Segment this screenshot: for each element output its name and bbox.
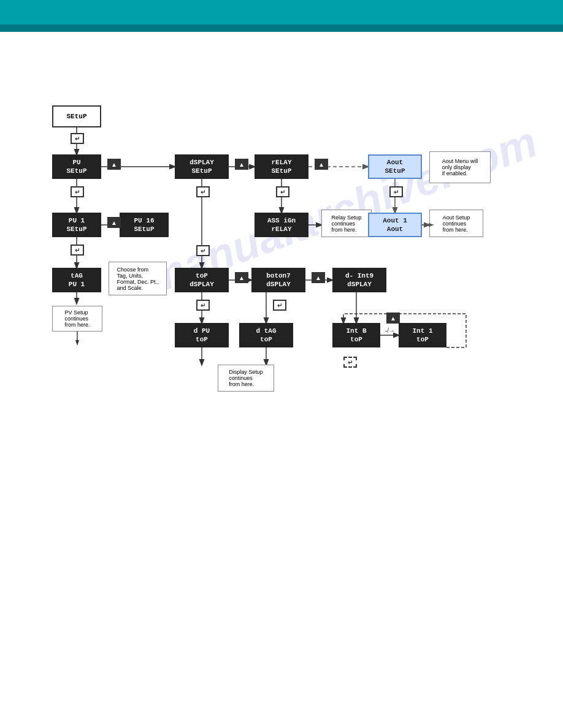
note-relay-text: Relay Setupcontinuesfrom here. xyxy=(331,214,361,233)
aout-continues-arrow xyxy=(422,221,435,229)
up-btn-top-dsplay[interactable]: ▲ xyxy=(235,272,248,283)
d-int-dsplay-box: d- Int9dSPLAY xyxy=(332,268,386,292)
aout-setup-label: AoutSEtuP xyxy=(385,158,405,176)
connectors-svg: -/→ -/→ xyxy=(0,32,563,728)
note-tag-choose-text: Choose fromTag, Units,Format, Dec. Pt.,a… xyxy=(117,267,158,291)
d-tag-top-box: d tAGtoP xyxy=(239,323,293,347)
tag-pu1-box: tAGPU 1 xyxy=(52,268,101,292)
note-pv-continues: PV Setupcontinuesfrom here. xyxy=(52,306,102,332)
setup-box: SEtuP xyxy=(52,105,101,127)
tag-pu1-label: tAGPU 1 xyxy=(69,271,85,289)
setup-label: SEtuP xyxy=(66,113,86,120)
header-bar xyxy=(0,0,563,32)
pu16-setup-label: PU 16SEtuP xyxy=(134,216,154,234)
note-display-text: Display Setupcontinuesfrom here. xyxy=(229,369,263,387)
pv-arrow-down xyxy=(73,332,85,347)
enter-btn-relay[interactable]: ↵ xyxy=(276,186,289,197)
assign-relay-label: ASS iGnrELAY xyxy=(267,216,296,234)
enter-btn-3[interactable]: ↵ xyxy=(71,245,84,256)
enter-btn-dsplay[interactable]: ↵ xyxy=(196,186,210,197)
d-int-dsplay-label: d- Int9dSPLAY xyxy=(345,271,373,289)
up-btn-botom-dsplay[interactable]: ▲ xyxy=(312,272,325,283)
int-b-top-label: Int BtoP xyxy=(346,327,366,344)
d-pv-top-box: d PUtoP xyxy=(175,323,229,347)
pu1-setup-box: PU 1SEtuP xyxy=(52,213,101,237)
note-aout-enabled: Aout Menu willonly displayif enabled. xyxy=(429,151,491,183)
enter-btn-top[interactable]: ↵ xyxy=(196,300,210,311)
up-btn-pu1[interactable]: ▲ xyxy=(107,217,121,228)
up-btn-int[interactable]: ▲ xyxy=(386,313,400,324)
botom-dsplay-label: boton7dSPLAY xyxy=(266,271,291,289)
d-pv-top-label: d PUtoP xyxy=(194,327,210,344)
int1-top-label: Int 1toP xyxy=(412,327,432,344)
int-b-top-box: Int BtoP xyxy=(332,323,380,347)
note-pv-text: PV Setupcontinuesfrom here. xyxy=(64,309,90,328)
aout-setup-box: AoutSEtuP xyxy=(368,154,422,179)
d-tag-top-label: d tAGtoP xyxy=(256,327,276,344)
int1-top-box: Int 1toP xyxy=(399,323,446,347)
relay-setup-box: rELAYSEtuP xyxy=(255,154,308,179)
dsplay-setup-label: dSPLAYSEtuP xyxy=(190,158,214,176)
top-dsplay-label: toPdSPLAY xyxy=(190,271,214,289)
enter-btn-2[interactable]: ↵ xyxy=(71,186,84,197)
diagram-area: manualarchive.com xyxy=(0,32,563,728)
enter-btn-botom[interactable]: ↵ xyxy=(273,300,286,311)
enter-btn-aout[interactable]: ↵ xyxy=(389,186,403,197)
header-accent xyxy=(0,25,563,32)
relay-setup-label: rELAYSEtuP xyxy=(271,158,291,176)
up-btn-relay[interactable]: ▲ xyxy=(315,159,328,170)
enter-btn-dsplay2[interactable]: ↵ xyxy=(196,245,210,256)
note-display-continues: Display Setupcontinuesfrom here. xyxy=(218,365,274,392)
note-aout-continues-text: Aout Setupcontinuesfrom here. xyxy=(443,214,470,233)
aout1-box: Aout 1Aout xyxy=(368,213,422,237)
pu-setup-label: PUSEtuP xyxy=(66,158,86,176)
enter-btn-int-loop[interactable]: ↵ xyxy=(343,357,357,368)
top-dsplay-box: toPdSPLAY xyxy=(175,268,229,292)
aout1-label: Aout 1Aout xyxy=(383,216,407,234)
up-btn-dsplay[interactable]: ▲ xyxy=(235,159,248,170)
note-aout-text: Aout Menu willonly displayif enabled. xyxy=(442,158,478,176)
pu1-setup-label: PU 1SEtuP xyxy=(66,216,86,234)
svg-text:-/→: -/→ xyxy=(385,327,395,334)
note-aout-continues: Aout Setupcontinuesfrom here. xyxy=(429,210,483,237)
up-btn-pu[interactable]: ▲ xyxy=(107,159,121,170)
assign-relay-box: ASS iGnrELAY xyxy=(255,213,308,237)
botom-dsplay-box: boton7dSPLAY xyxy=(251,268,305,292)
note-relay-continues: Relay Setupcontinuesfrom here. xyxy=(321,210,372,237)
pu-setup-box: PUSEtuP xyxy=(52,154,101,179)
note-tag-choose: Choose fromTag, Units,Format, Dec. Pt.,a… xyxy=(109,262,167,295)
enter-btn-1[interactable]: ↵ xyxy=(71,133,84,144)
pu16-setup-box: PU 16SEtuP xyxy=(120,213,169,237)
dsplay-setup-box: dSPLAYSEtuP xyxy=(175,154,229,179)
